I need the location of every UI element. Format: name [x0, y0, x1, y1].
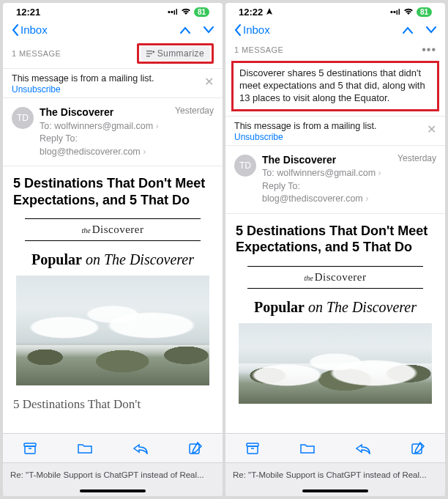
compose-button[interactable] [188, 441, 203, 456]
message-count-bar: 1 MESSAGE Summarize [3, 37, 223, 68]
avatar: TD [234, 155, 256, 177]
chevron-left-icon [12, 24, 19, 36]
message-count: 1 MESSAGE [234, 45, 283, 54]
status-time: 12:21 [16, 7, 40, 18]
svg-rect-1 [146, 53, 152, 53]
reply-value: blog@thediscoverer.com [262, 193, 363, 204]
hero-image [239, 323, 432, 404]
email-subject: 5 Destinations That Don't Meet Expectati… [3, 166, 223, 214]
mailing-list-banner: This message is from a mailing list. Uns… [3, 68, 223, 98]
chevron-right-icon: › [143, 147, 146, 157]
popular-heading: Popular on The Discoverer [225, 289, 445, 323]
next-message-button[interactable] [426, 26, 436, 34]
mailing-list-text: This message is from a mailing list. [234, 121, 377, 131]
article-subhead: 5 Destinations That Don't [3, 385, 223, 415]
message-date: Yesterday [175, 106, 214, 158]
prev-message-button[interactable] [180, 26, 190, 34]
dismiss-banner-button[interactable]: ✕ [427, 121, 436, 136]
to-value: wolfwinners@gmail.com [277, 168, 376, 178]
phone-left: 12:21 ••ıl 81 Inbox 1 MESSAGE [3, 3, 223, 496]
back-button[interactable]: Inbox [12, 23, 48, 36]
nav-row: Inbox [3, 21, 223, 37]
signal-icon: ••ıl [168, 7, 178, 16]
tab-row[interactable]: Re: "T-Mobile Support is ChatGPT instead… [225, 462, 445, 486]
back-label: Inbox [20, 23, 48, 36]
status-right: ••ıl 81 [168, 7, 209, 17]
chevron-right-icon: › [378, 168, 381, 178]
hero-image [16, 276, 209, 385]
reply-value: blog@thediscoverer.com [40, 147, 141, 157]
brand-divider: theDiscoverer [247, 266, 423, 289]
chevron-right-icon: › [365, 193, 368, 204]
tab-row[interactable]: Re: "T-Mobile Support is ChatGPT instead… [3, 462, 223, 486]
unsubscribe-link[interactable]: Unsubscribe [234, 132, 377, 142]
move-button[interactable] [299, 443, 316, 454]
to-value: wolfwinners@gmail.com [54, 121, 153, 131]
tab-title: Re: "T-Mobile Support is ChatGPT instead… [233, 470, 427, 479]
svg-rect-2 [146, 56, 150, 56]
svg-rect-4 [25, 446, 35, 454]
summarize-highlight: Summarize [137, 43, 214, 64]
unsubscribe-link[interactable]: Unsubscribe [12, 84, 154, 95]
bottom-toolbar [3, 433, 223, 462]
archive-button[interactable] [245, 442, 260, 455]
reply-button[interactable] [355, 443, 371, 454]
to-label: To: [262, 168, 275, 178]
archive-button[interactable] [23, 442, 37, 455]
summarize-button[interactable]: Summarize [141, 46, 210, 61]
status-bar: 12:22 ••ıl 81 [225, 3, 445, 21]
avatar: TD [12, 107, 34, 129]
home-indicator [225, 486, 445, 496]
reply-label: Reply To: [40, 133, 78, 144]
summarize-label: Summarize [157, 48, 204, 59]
ai-summary-text: Discoverer shares 5 destinations that di… [239, 67, 425, 103]
mailing-list-text: This message is from a mailing list. [12, 73, 154, 84]
sender-name: The Discoverer [40, 106, 169, 120]
move-button[interactable] [77, 443, 93, 454]
more-button[interactable]: ••• [422, 43, 436, 56]
status-time: 12:22 [239, 7, 273, 18]
sender-name: The Discoverer [262, 153, 392, 168]
brand-name: Discoverer [315, 271, 367, 283]
svg-rect-0 [146, 51, 152, 51]
summarize-icon [146, 50, 155, 58]
chevron-right-icon: › [156, 121, 159, 131]
home-indicator [3, 486, 223, 496]
svg-rect-8 [247, 446, 258, 454]
chevron-left-icon [234, 24, 242, 36]
popular-rest: on The Discoverer [305, 299, 417, 315]
tab-title: Re: "T-Mobile Support is ChatGPT instead… [10, 470, 204, 479]
reply-button[interactable] [132, 443, 149, 454]
email-subject: 5 Destinations That Don't Meet Expectati… [225, 214, 445, 262]
signal-icon: ••ıl [390, 7, 400, 16]
wifi-icon [403, 8, 414, 15]
brand-name: Discoverer [92, 223, 144, 235]
next-message-button[interactable] [204, 26, 214, 34]
sender-row[interactable]: TD The Discoverer To: wolfwinners@gmail.… [225, 146, 445, 214]
sender-row[interactable]: TD The Discoverer To: wolfwinners@gmail.… [3, 98, 223, 166]
nav-row: Inbox [225, 21, 445, 37]
popular-word: Popular [254, 299, 305, 315]
dismiss-banner-button[interactable]: ✕ [204, 73, 214, 89]
brand-the: the [304, 274, 313, 282]
phone-right: 12:22 ••ıl 81 Inbox 1 MESSAGE ••• Discov… [225, 3, 445, 496]
prev-message-button[interactable] [403, 26, 413, 34]
battery-badge: 81 [417, 7, 432, 17]
popular-heading: Popular on The Discoverer [3, 241, 223, 276]
reply-label: Reply To: [262, 181, 300, 191]
status-bar: 12:21 ••ıl 81 [3, 3, 223, 21]
wifi-icon [181, 8, 191, 15]
message-count-bar: 1 MESSAGE ••• [225, 37, 445, 61]
back-button[interactable]: Inbox [234, 23, 270, 36]
bottom-toolbar [225, 433, 445, 462]
battery-badge: 81 [194, 7, 209, 17]
status-right: ••ıl 81 [390, 7, 432, 17]
popular-rest: on The Discoverer [82, 251, 194, 267]
ai-summary-box: Discoverer shares 5 destinations that di… [231, 61, 439, 111]
popular-word: Popular [31, 251, 82, 267]
brand-the: the [81, 226, 90, 234]
message-date: Yesterday [397, 153, 436, 206]
message-count: 1 MESSAGE [12, 49, 61, 58]
compose-button[interactable] [411, 441, 425, 456]
mailing-list-banner: This message is from a mailing list. Uns… [225, 116, 445, 146]
